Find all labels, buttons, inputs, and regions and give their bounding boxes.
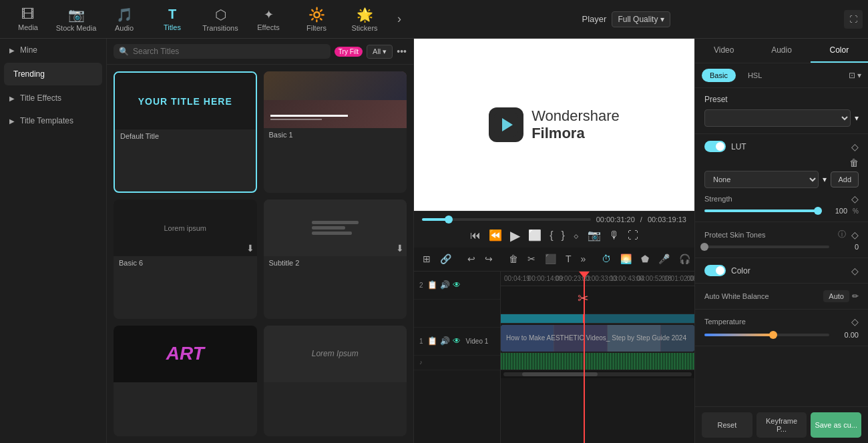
- tool-transitions[interactable]: ⬡ Transitions: [198, 3, 243, 36]
- title-card-subtitle2[interactable]: ⬇ Subtitle 2: [264, 199, 407, 318]
- title-card-default[interactable]: YOUR TITLE HERE Default Title: [114, 71, 257, 193]
- search-box[interactable]: 🔍: [114, 44, 331, 59]
- expand-button[interactable]: ⛶: [844, 10, 863, 29]
- title-card-basic6[interactable]: Lorem ipsum ⬇ Basic 6: [114, 199, 257, 318]
- brand-icon: [489, 107, 523, 142]
- temperature-keyframe-icon[interactable]: ◇: [851, 316, 859, 327]
- snapshot-button[interactable]: 📷: [588, 229, 601, 242]
- reset-button[interactable]: Reset: [702, 412, 752, 438]
- lut-toggle-icon[interactable]: ⊡ ▾: [849, 71, 861, 80]
- auto-wb-label: Auto White Balance: [704, 292, 769, 300]
- crop-button[interactable]: ⬜: [528, 229, 541, 242]
- protect-skin-slider[interactable]: [704, 246, 829, 248]
- controls-row: ⏮ ⏪ ▶ ⬜ { } ⬦ 📷 🎙 ⛶: [422, 228, 686, 244]
- fullscreen-button[interactable]: ⛶: [628, 230, 638, 242]
- main-layout: ▶ Mine Trending ▶ Title Effects ▶ Title …: [0, 39, 868, 443]
- color-tab-basic[interactable]: Basic: [702, 69, 736, 82]
- save-as-button[interactable]: Save as cu...: [811, 412, 861, 438]
- stock-media-icon: 📷: [68, 7, 85, 23]
- track-copy-icon-v1[interactable]: 📋: [427, 336, 437, 346]
- voiceover-button[interactable]: 🎙: [609, 230, 620, 242]
- strength-keyframe-icon[interactable]: ◇: [851, 193, 859, 204]
- timeline-delete[interactable]: 🗑: [505, 252, 521, 266]
- tab-audio[interactable]: Audio: [752, 39, 810, 63]
- tool-effects[interactable]: ✦ Effects: [246, 3, 291, 36]
- sidebar-item-title-effects[interactable]: ▶ Title Effects: [0, 87, 106, 109]
- lut-keyframe-icon[interactable]: ◇: [851, 141, 859, 152]
- color-section: Color ◇: [695, 258, 868, 284]
- color-toggle-row: Color ◇: [704, 265, 859, 276]
- tab-color[interactable]: Color: [811, 39, 868, 63]
- tool-stickers[interactable]: 🌟 Stickers: [342, 3, 387, 36]
- rewind-button[interactable]: ⏮: [470, 230, 481, 242]
- preset-select[interactable]: [704, 109, 851, 127]
- color-tab-hsl[interactable]: HSL: [740, 69, 770, 82]
- color-toggle[interactable]: [704, 265, 726, 276]
- tool-media[interactable]: 🎞 Media: [5, 3, 51, 36]
- title-card-label-art: [114, 382, 257, 389]
- timeline-mic[interactable]: 🎤: [655, 252, 673, 266]
- sidebar-item-trending[interactable]: Trending: [4, 63, 102, 85]
- filter-button[interactable]: All ▾: [367, 45, 393, 59]
- mark-out-button[interactable]: }: [562, 230, 565, 242]
- keyframe-button[interactable]: Keyframe P...: [756, 412, 807, 438]
- protect-skin-keyframe-icon[interactable]: ◇: [851, 230, 859, 240]
- lut-toggle[interactable]: [704, 141, 726, 152]
- track-copy-icon[interactable]: 📋: [427, 280, 437, 290]
- stickers-icon: 🌟: [357, 7, 373, 23]
- track-visible-icon[interactable]: 👁: [453, 280, 461, 290]
- search-input[interactable]: [133, 47, 325, 56]
- tool-stock-media[interactable]: 📷 Stock Media: [53, 3, 99, 36]
- timeline-audio-duck[interactable]: 🎧: [676, 252, 694, 266]
- right-tabs: Video Audio Color: [695, 39, 868, 63]
- timeline-crop[interactable]: ⬛: [541, 252, 560, 266]
- transitions-icon: ⬡: [215, 7, 226, 23]
- quality-selector[interactable]: Full Quality ▾: [612, 11, 670, 27]
- strength-slider[interactable]: [704, 209, 818, 212]
- eyedropper-icon[interactable]: ✏: [852, 292, 859, 301]
- timeline-undo[interactable]: ↩: [464, 252, 479, 266]
- track-volume-icon[interactable]: 🔊: [440, 280, 450, 290]
- track-spacer: [414, 300, 500, 328]
- timeline-ai[interactable]: 🌅: [617, 252, 635, 266]
- tool-more[interactable]: ›: [390, 3, 409, 36]
- tab-video[interactable]: Video: [695, 39, 752, 63]
- more-button[interactable]: •••: [397, 46, 407, 57]
- timeline-add-track[interactable]: ⊞: [419, 252, 434, 266]
- timeline-speed[interactable]: ⏱: [598, 252, 614, 266]
- progress-track[interactable]: [422, 218, 591, 221]
- main-video-track[interactable]: How to Make AESTHETIC Videos_ Step by St…: [501, 324, 694, 353]
- step-back-button[interactable]: ⏪: [489, 229, 502, 242]
- timeline-text[interactable]: T: [562, 252, 575, 266]
- protect-skin-info-icon[interactable]: ⓘ: [838, 229, 846, 240]
- tool-titles[interactable]: T Titles: [150, 3, 195, 36]
- sidebar-item-mine[interactable]: ▶ Mine: [0, 39, 106, 61]
- lut-add-button[interactable]: Add: [831, 171, 859, 187]
- title-card-lorem-ipsum[interactable]: Lorem Ipsum: [264, 326, 407, 436]
- split-button[interactable]: ⬦: [573, 230, 580, 242]
- timeline-cut[interactable]: ✂: [524, 252, 539, 266]
- try-badge[interactable]: Try Filt: [335, 47, 363, 57]
- color-keyframe-icon[interactable]: ◇: [851, 266, 859, 276]
- protect-skin-label: Protect Skin Tones: [704, 231, 833, 239]
- lut-delete-icon[interactable]: 🗑: [849, 157, 859, 168]
- timeline-mask[interactable]: ⬟: [638, 252, 652, 266]
- timeline-tracks: 00:04:19 00:00:14:09 00:00:23:23 00:00:3…: [501, 272, 694, 444]
- track-volume-icon-v1[interactable]: 🔊: [440, 336, 450, 346]
- timeline-link[interactable]: 🔗: [437, 252, 455, 266]
- timeline-more-tools[interactable]: »: [578, 252, 590, 266]
- title-card-basic1[interactable]: Basic 1: [264, 71, 407, 193]
- mark-in-button[interactable]: {: [550, 230, 553, 242]
- tool-filters[interactable]: 🔆 Filters: [294, 3, 339, 36]
- filters-icon: 🔆: [308, 7, 325, 23]
- preset-row: ▾: [704, 109, 859, 127]
- title-card-art[interactable]: ART: [114, 326, 257, 436]
- timeline-scrollbar[interactable]: [501, 370, 694, 378]
- temperature-slider[interactable]: [704, 334, 829, 336]
- tool-audio[interactable]: 🎵 Audio: [101, 3, 147, 36]
- timeline-redo[interactable]: ↪: [481, 252, 496, 266]
- play-button[interactable]: ▶: [510, 228, 520, 244]
- track-visible-icon-v1[interactable]: 👁: [453, 336, 461, 346]
- sidebar-item-title-templates[interactable]: ▶ Title Templates: [0, 109, 106, 132]
- lut-preset-select[interactable]: None: [704, 171, 819, 188]
